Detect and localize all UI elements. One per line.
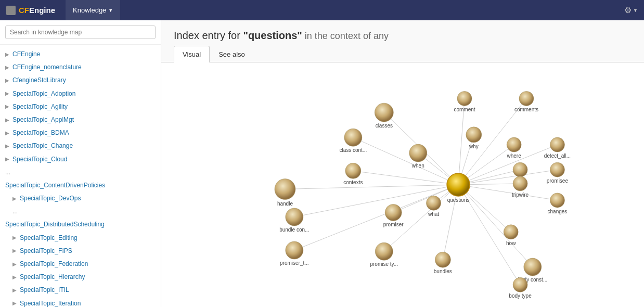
- nav-knowledge[interactable]: Knowledge ▼: [66, 0, 120, 20]
- chevron-right-icon: ▶: [12, 234, 17, 242]
- title-prefix: Index entry for: [174, 30, 243, 41]
- sidebar-item[interactable]: ▶SpecialTopic_Cloud: [0, 153, 161, 166]
- node-group[interactable]: bundles: [434, 252, 452, 274]
- node-circle: [286, 208, 303, 226]
- node-group[interactable]: class cont...: [339, 129, 367, 153]
- tab-visual[interactable]: Visual: [174, 46, 210, 62]
- chevron-right-icon: ▶: [12, 273, 17, 282]
- sidebar-item-label: SpecialTopic_DevOps: [20, 194, 81, 203]
- sidebar-item-label: SpecialTopic_Change: [12, 141, 73, 151]
- top-navigation: CFEngine Knowledge ▼ ⚙ ▼: [0, 0, 644, 20]
- sidebar-item[interactable]: ▶SpecialTopic_Federation: [0, 258, 161, 271]
- sidebar-item[interactable]: ▶CFEngine: [0, 48, 161, 61]
- node-label: questions: [447, 197, 470, 203]
- node-label: bundles: [434, 268, 452, 274]
- sidebar-item-label: SpecialTopic_FIPS: [20, 246, 72, 256]
- search-box: [0, 20, 161, 45]
- node-group[interactable]: what: [426, 196, 441, 217]
- sidebar-item-label: SpecialTopic_Federation: [20, 259, 88, 269]
- node-label: body type: [509, 293, 532, 299]
- node-label: tripwire: [512, 192, 529, 198]
- node-group[interactable]: contexts: [343, 163, 363, 185]
- node-group[interactable]: when: [409, 144, 427, 169]
- sidebar: ▶CFEngine▶CFEngine_nomenclature▶Cfengine…: [0, 20, 161, 307]
- settings-menu[interactable]: ⚙ ▼: [624, 5, 638, 15]
- sidebar-item[interactable]: ▶SpecialTopic_ITIL: [0, 284, 161, 297]
- logo: CFEngine: [6, 6, 55, 15]
- chevron-right-icon: ▶: [5, 116, 9, 124]
- node-circle: [513, 162, 527, 177]
- sidebar-item[interactable]: ▶SpecialTopic_Hierarchy: [0, 271, 161, 284]
- nav-knowledge-label: Knowledge: [73, 6, 106, 14]
- node-label: comment: [454, 107, 475, 112]
- content-header: Index entry for "questions" in the conte…: [161, 20, 644, 46]
- node-label: classes: [376, 123, 393, 129]
- edge: [458, 170, 557, 185]
- sidebar-item[interactable]: ▶SpecialTopic_Agility: [0, 100, 161, 113]
- node-label: what: [428, 211, 439, 217]
- sidebar-item[interactable]: ▶SpecialTopic_Change: [0, 139, 161, 152]
- sidebar-item-label: SpecialTopic_DistributedScheduling: [5, 220, 105, 229]
- node-group[interactable]: promisee: [547, 162, 569, 184]
- node-group[interactable]: handle: [275, 179, 295, 207]
- sidebar-item[interactable]: ▶SpecialTopic_Editing: [0, 232, 161, 245]
- sidebar-item-label: SpecialTopic_ContentDrivenPolicies: [5, 181, 105, 190]
- edge: [285, 185, 458, 189]
- chevron-right-icon: ▶: [5, 142, 9, 150]
- node-label: when: [411, 163, 424, 169]
- node-group[interactable]: where: [507, 137, 522, 159]
- nav-dropdown-icon: ▼: [108, 8, 113, 13]
- node-group[interactable]: tripwire: [512, 176, 529, 198]
- node-group[interactable]: promise ty...: [370, 242, 398, 267]
- sidebar-item-label: CFEngine: [12, 49, 40, 59]
- node-circle: [524, 258, 542, 276]
- chevron-right-icon: ▶: [12, 286, 17, 295]
- node-label: promisee: [547, 178, 569, 184]
- node-circle: [457, 91, 472, 106]
- node-group[interactable]: questions: [447, 173, 470, 203]
- knowledge-map-canvas: classesclass cont...commentcommentswhywh…: [161, 62, 644, 307]
- search-input[interactable]: [5, 25, 156, 39]
- sidebar-item[interactable]: ▶SpecialTopic_Iteration: [0, 297, 161, 307]
- node-circle: [375, 242, 393, 260]
- tab-see-also[interactable]: See also: [210, 46, 254, 62]
- node-group[interactable]: bundle con...: [279, 208, 309, 233]
- sidebar-item[interactable]: ▶CfengineStdLibrary: [0, 74, 161, 87]
- node-circle: [550, 162, 564, 177]
- chevron-right-icon: ▶: [5, 155, 9, 163]
- chevron-right-icon: ▶: [5, 76, 9, 85]
- edge: [294, 185, 458, 250]
- sidebar-item[interactable]: SpecialTopic_DistributedScheduling: [0, 218, 161, 231]
- sidebar-item[interactable]: ▶CFEngine_nomenclature: [0, 61, 161, 74]
- node-group[interactable]: classes: [375, 103, 393, 129]
- sidebar-item[interactable]: ...: [0, 166, 161, 179]
- sidebar-item[interactable]: ▶SpecialTopic_Adoption: [0, 87, 161, 100]
- sidebar-item[interactable]: ...: [0, 205, 161, 218]
- sidebar-item-label: SpecialTopic_Agility: [12, 102, 68, 112]
- node-group[interactable]: comments: [514, 91, 538, 112]
- logo-engine: Engine: [29, 6, 55, 15]
- sidebar-item[interactable]: ▶SpecialTopic_DevOps: [0, 192, 161, 205]
- node-group[interactable]: why: [466, 127, 482, 149]
- edge: [458, 145, 557, 185]
- nav-items: Knowledge ▼: [66, 0, 120, 20]
- node-group[interactable]: promiser_t...: [280, 241, 309, 266]
- node-group[interactable]: how: [504, 225, 518, 246]
- node-circle: [426, 196, 441, 210]
- node-circle: [550, 193, 564, 208]
- node-circle: [513, 176, 527, 191]
- sidebar-item[interactable]: ▶SpecialTopic_BDMA: [0, 126, 161, 139]
- node-group[interactable]: detect_all...: [544, 137, 571, 159]
- sidebar-item-label: SpecialTopic_Cloud: [12, 155, 67, 164]
- logo-text: CFEngine: [19, 6, 55, 15]
- sidebar-item-label: SpecialTopic_ApplMgt: [12, 115, 74, 125]
- node-circle: [345, 163, 361, 178]
- node-circle: [513, 277, 527, 292]
- node-circle: [409, 144, 427, 162]
- sidebar-item[interactable]: SpecialTopic_ContentDrivenPolicies: [0, 179, 161, 192]
- node-group[interactable]: comment: [454, 91, 475, 112]
- sidebar-item[interactable]: ▶SpecialTopic_ApplMgt: [0, 113, 161, 126]
- node-group[interactable]: changes: [548, 193, 568, 214]
- sidebar-item[interactable]: ▶SpecialTopic_FIPS: [0, 245, 161, 258]
- expand-dots: ...: [12, 207, 18, 216]
